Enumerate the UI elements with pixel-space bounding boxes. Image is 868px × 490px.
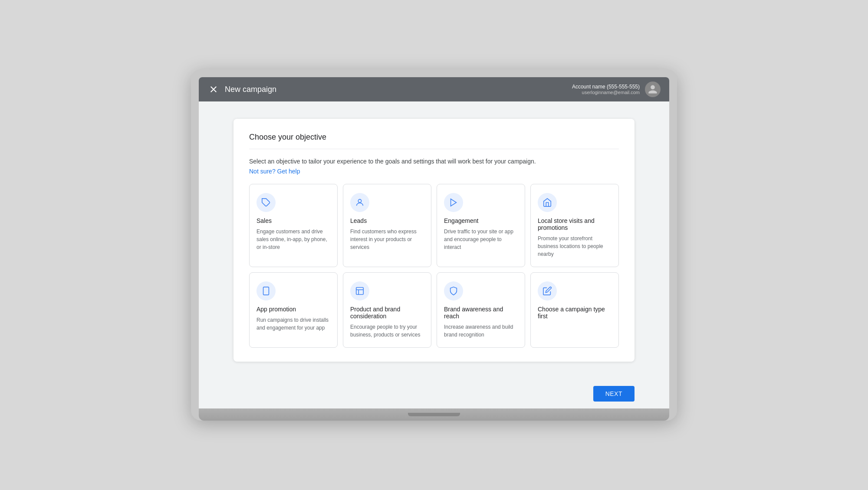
svg-rect-2	[263, 287, 269, 295]
objective-campaign-type[interactable]: Choose a campaign type first	[530, 272, 619, 348]
laptop-notch	[408, 413, 460, 416]
account-info: Account name (555-555-555) userloginname…	[572, 84, 640, 95]
top-bar: New campaign Account name (555-555-555) …	[199, 77, 669, 101]
help-link[interactable]: Not sure? Get help	[249, 168, 300, 175]
campaign-type-title: Choose a campaign type first	[538, 306, 612, 320]
app-promotion-desc: Run campaigns to drive installs and enga…	[256, 316, 330, 332]
objective-card-container: Choose your objective Select an objectiv…	[233, 119, 635, 362]
description-text: Select an objective to tailor your exper…	[249, 158, 619, 165]
top-bar-right: Account name (555-555-555) userloginname…	[572, 82, 661, 97]
bottom-bar: NEXT	[199, 379, 669, 408]
svg-rect-4	[356, 287, 364, 295]
objective-product-brand[interactable]: Product and brand consideration Encourag…	[343, 272, 431, 348]
leads-desc: Find customers who express interest in y…	[350, 228, 424, 251]
page-title: New campaign	[225, 85, 276, 94]
objective-app-promotion[interactable]: App promotion Run campaigns to drive ins…	[249, 272, 338, 348]
objective-leads[interactable]: Leads Find customers who express interes…	[343, 184, 431, 267]
svg-point-1	[358, 199, 361, 203]
brand-awareness-desc: Increase awareness and build brand recog…	[444, 323, 518, 339]
next-button[interactable]: NEXT	[593, 386, 635, 402]
product-brand-title: Product and brand consideration	[350, 306, 424, 320]
objective-brand-awareness[interactable]: Brand awareness and reach Increase aware…	[437, 272, 525, 348]
main-content: Choose your objective Select an objectiv…	[199, 101, 669, 379]
laptop-base	[199, 408, 669, 421]
campaign-type-icon	[538, 281, 557, 301]
brand-awareness-title: Brand awareness and reach	[444, 306, 518, 320]
card-title: Choose your objective	[249, 133, 619, 149]
engagement-desc: Drive traffic to your site or app and en…	[444, 228, 518, 251]
brand-awareness-icon	[444, 281, 463, 301]
close-button[interactable]	[207, 83, 220, 95]
objective-local-store[interactable]: Local store visits and promotions Promot…	[530, 184, 619, 267]
sales-desc: Engage customers and drive sales online,…	[256, 228, 330, 251]
leads-title: Leads	[350, 217, 424, 224]
laptop-screen: New campaign Account name (555-555-555) …	[199, 77, 669, 408]
account-name: Account name (555-555-555)	[572, 84, 640, 90]
avatar[interactable]	[645, 82, 661, 97]
account-email: userloginname@email.com	[572, 90, 640, 95]
sales-title: Sales	[256, 217, 330, 224]
objectives-grid: Sales Engage customers and drive sales o…	[249, 184, 619, 348]
local-store-icon	[538, 193, 557, 212]
app-promotion-title: App promotion	[256, 306, 330, 313]
app-promotion-icon	[256, 281, 276, 301]
product-brand-icon	[350, 281, 369, 301]
top-bar-left: New campaign	[207, 83, 276, 95]
engagement-icon	[444, 193, 463, 212]
local-store-desc: Promote your storefront business locatio…	[538, 235, 612, 258]
leads-icon	[350, 193, 369, 212]
local-store-title: Local store visits and promotions	[538, 217, 612, 231]
sales-icon	[256, 193, 276, 212]
objective-sales[interactable]: Sales Engage customers and drive sales o…	[249, 184, 338, 267]
objective-engagement[interactable]: Engagement Drive traffic to your site or…	[437, 184, 525, 267]
laptop-outer: New campaign Account name (555-555-555) …	[191, 69, 677, 421]
engagement-title: Engagement	[444, 217, 518, 224]
product-brand-desc: Encourage people to try your business, p…	[350, 323, 424, 339]
